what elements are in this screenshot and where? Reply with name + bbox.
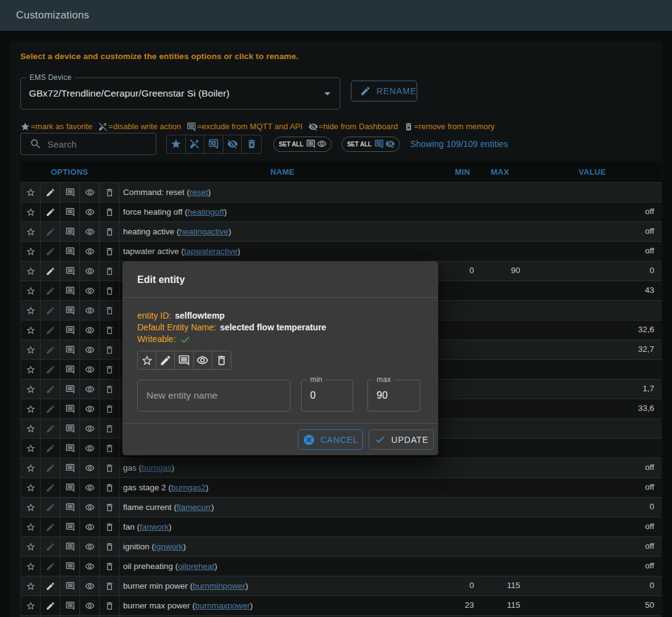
row-eye-button[interactable] xyxy=(80,478,100,497)
dialog-comment-toggle[interactable] xyxy=(175,351,193,369)
row-star-border-button[interactable] xyxy=(21,517,41,536)
set-all-button-1[interactable]: SET ALL xyxy=(273,137,332,152)
ems-device-select[interactable]: EMS Device GBx72/Trendline/Cerapur/Green… xyxy=(20,78,340,109)
entity-link[interactable]: fanwork xyxy=(140,522,169,531)
row-edit-button[interactable] xyxy=(41,301,60,320)
row-eye-button[interactable] xyxy=(80,399,100,418)
row-delete-outline-button[interactable] xyxy=(100,419,119,438)
row-comment-button[interactable] xyxy=(60,242,80,261)
row-comment-button[interactable] xyxy=(60,557,80,576)
row-delete-outline-button[interactable] xyxy=(100,478,119,497)
row-edit-button[interactable] xyxy=(41,380,60,399)
row-delete-outline-button[interactable] xyxy=(100,557,119,576)
row-star-border-button[interactable] xyxy=(21,557,41,576)
row-eye-button[interactable] xyxy=(80,301,100,320)
row-star-border-button[interactable] xyxy=(21,301,41,320)
row-comment-button[interactable] xyxy=(60,399,80,418)
row-delete-outline-button[interactable] xyxy=(100,399,119,418)
row-eye-button[interactable] xyxy=(80,261,100,281)
row-comment-button[interactable] xyxy=(60,222,80,241)
entity-link[interactable]: burngas xyxy=(142,463,172,472)
row-edit-button[interactable] xyxy=(41,439,60,458)
row-eye-button[interactable] xyxy=(80,537,100,556)
row-comment-button[interactable] xyxy=(60,261,80,281)
dialog-star-border-toggle[interactable] xyxy=(138,351,156,369)
row-edit-button[interactable] xyxy=(41,320,60,340)
row-comment-button[interactable] xyxy=(60,419,80,438)
row-eye-button[interactable] xyxy=(80,320,100,340)
filter-edit-off-button[interactable] xyxy=(186,135,205,153)
set-all-button-2[interactable]: SET ALL xyxy=(342,137,400,152)
row-eye-button[interactable] xyxy=(80,439,100,458)
row-edit-button[interactable] xyxy=(41,557,60,576)
row-star-border-button[interactable] xyxy=(21,478,41,497)
row-star-border-button[interactable] xyxy=(21,380,41,399)
row-edit-button[interactable] xyxy=(41,498,60,517)
filter-comment-off-button[interactable] xyxy=(204,135,223,153)
row-delete-outline-button[interactable] xyxy=(100,360,119,379)
row-delete-outline-button[interactable] xyxy=(100,183,119,202)
filter-star-button[interactable] xyxy=(167,135,186,153)
row-star-border-button[interactable] xyxy=(21,222,41,241)
row-edit-button[interactable] xyxy=(41,360,60,379)
row-delete-outline-button[interactable] xyxy=(100,222,119,241)
row-edit-button[interactable] xyxy=(41,399,60,418)
row-delete-outline-button[interactable] xyxy=(100,301,119,320)
row-edit-button[interactable] xyxy=(41,261,60,281)
row-comment-button[interactable] xyxy=(60,498,80,517)
entity-link[interactable]: burnmaxpower xyxy=(195,601,250,610)
row-star-border-button[interactable] xyxy=(21,360,41,379)
row-eye-button[interactable] xyxy=(80,183,100,202)
entity-link[interactable]: flamecurr xyxy=(177,503,211,512)
row-eye-button[interactable] xyxy=(80,281,100,300)
dialog-edit-toggle[interactable] xyxy=(156,351,175,369)
row-edit-button[interactable] xyxy=(41,517,60,536)
filter-eye-off-button[interactable] xyxy=(223,135,242,153)
row-star-border-button[interactable] xyxy=(21,320,41,340)
row-delete-outline-button[interactable] xyxy=(100,596,119,615)
rename-button[interactable]: RENAME xyxy=(351,81,417,102)
row-comment-button[interactable] xyxy=(60,537,80,556)
row-edit-button[interactable] xyxy=(41,340,60,359)
row-edit-button[interactable] xyxy=(41,183,60,202)
row-edit-button[interactable] xyxy=(41,596,60,615)
row-comment-button[interactable] xyxy=(60,202,80,221)
update-button[interactable]: UPDATE xyxy=(369,429,434,450)
min-input[interactable]: min 0 xyxy=(301,380,353,412)
row-edit-button[interactable] xyxy=(41,222,60,241)
row-comment-button[interactable] xyxy=(60,517,80,536)
entity-link[interactable]: heatingactive xyxy=(180,227,229,236)
dialog-delete-outline-toggle[interactable] xyxy=(212,351,231,369)
row-edit-button[interactable] xyxy=(41,242,60,261)
dialog-eye-toggle[interactable] xyxy=(194,351,212,369)
row-comment-button[interactable] xyxy=(60,380,80,399)
row-star-border-button[interactable] xyxy=(21,458,41,477)
entity-link[interactable]: ignwork xyxy=(154,542,183,551)
row-delete-outline-button[interactable] xyxy=(100,498,119,517)
row-star-border-button[interactable] xyxy=(21,261,41,281)
row-eye-button[interactable] xyxy=(80,517,100,536)
row-delete-outline-button[interactable] xyxy=(100,458,119,477)
row-edit-button[interactable] xyxy=(41,478,60,497)
row-edit-button[interactable] xyxy=(41,419,60,438)
row-delete-outline-button[interactable] xyxy=(100,261,119,281)
row-comment-button[interactable] xyxy=(60,576,80,595)
row-star-border-button[interactable] xyxy=(21,419,41,438)
row-delete-outline-button[interactable] xyxy=(100,537,119,556)
row-delete-outline-button[interactable] xyxy=(100,320,119,340)
row-eye-button[interactable] xyxy=(80,576,100,595)
new-entity-name-input[interactable]: New entity name xyxy=(137,380,290,412)
row-comment-button[interactable] xyxy=(60,360,80,379)
search-input[interactable]: Search xyxy=(20,133,156,155)
row-eye-button[interactable] xyxy=(80,242,100,261)
row-star-border-button[interactable] xyxy=(21,340,41,359)
row-eye-button[interactable] xyxy=(80,222,100,241)
entity-link[interactable]: heatingoff xyxy=(188,207,224,217)
row-edit-button[interactable] xyxy=(41,458,60,477)
cancel-button[interactable]: CANCEL xyxy=(298,429,363,450)
row-comment-button[interactable] xyxy=(60,281,80,300)
row-star-border-button[interactable] xyxy=(21,202,41,221)
entity-link[interactable]: tapwateractive xyxy=(184,247,238,256)
entity-link[interactable]: oilpreheat xyxy=(178,562,214,571)
row-comment-button[interactable] xyxy=(60,478,80,497)
